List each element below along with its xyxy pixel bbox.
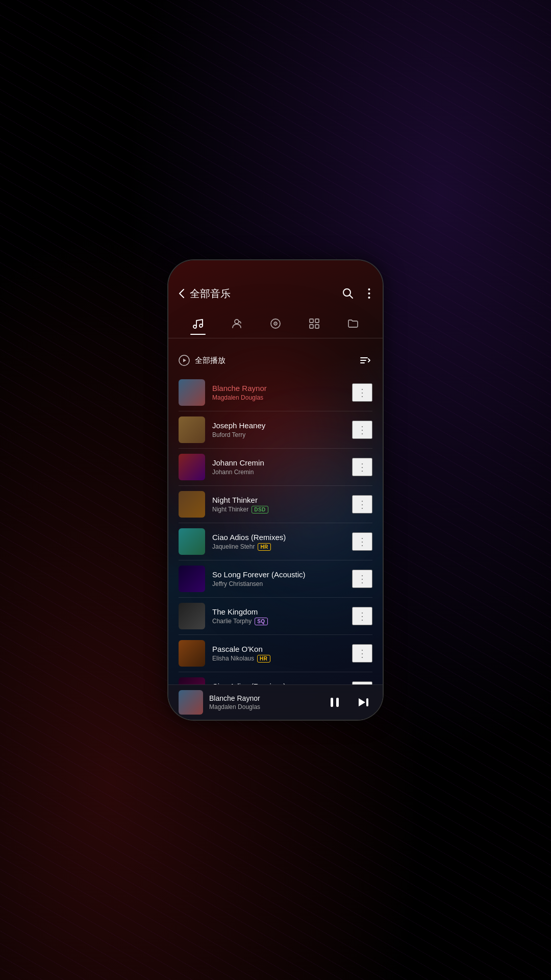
song-title: Blanche Raynor	[212, 384, 345, 393]
tab-songs[interactable]	[186, 313, 210, 334]
play-all-button[interactable]	[179, 355, 190, 366]
nav-tabs	[168, 309, 383, 334]
header: 全部音乐	[168, 260, 383, 309]
list-item[interactable]: Ciao Adios (Remixes) Jaqueline Stehr HR …	[168, 523, 383, 560]
svg-point-1	[368, 288, 370, 290]
list-item[interactable]: So Long Forever (Acoustic) Jeffry Christ…	[168, 560, 383, 597]
song-info: The Kingdom Charlie Torphy SQ	[212, 607, 345, 625]
svg-point-4	[193, 325, 196, 328]
song-artist: Jaqueline Stehr	[212, 543, 255, 550]
next-button[interactable]	[354, 693, 372, 712]
song-thumb	[179, 528, 205, 555]
pause-button[interactable]	[325, 693, 344, 712]
song-thumb	[179, 491, 205, 518]
song-title: Johann Cremin	[212, 458, 345, 467]
svg-point-6	[235, 320, 239, 324]
tab-grid[interactable]	[302, 313, 327, 334]
song-info: So Long Forever (Acoustic) Jeffry Christ…	[212, 570, 345, 587]
list-item[interactable]: Johann Cremin Johann Cremin ⋮	[168, 449, 383, 485]
song-info: Night Thinker Night Thinker DSD	[212, 496, 345, 513]
sort-button[interactable]	[357, 353, 372, 368]
song-artist: Elisha Nikolaus	[212, 655, 254, 662]
song-info: Blanche Raynor Magdalen Douglas	[212, 384, 345, 401]
back-button[interactable]	[179, 288, 185, 299]
tab-albums[interactable]	[263, 313, 288, 334]
song-more-button[interactable]: ⋮	[352, 495, 372, 513]
list-item[interactable]: Blanche Raynor Magdalen Douglas ⋮	[168, 374, 383, 411]
song-more-button[interactable]: ⋮	[352, 644, 372, 663]
svg-point-9	[275, 323, 276, 324]
song-artist: Magdalen Douglas	[212, 394, 263, 401]
song-title: Pascale O'Kon	[212, 645, 345, 653]
song-more-button[interactable]: ⋮	[352, 607, 372, 625]
song-title: Joseph Heaney	[212, 421, 345, 430]
song-more-button[interactable]: ⋮	[352, 458, 372, 476]
song-thumb	[179, 379, 205, 406]
song-artist: Night Thinker	[212, 506, 248, 513]
badge-sq: SQ	[255, 618, 267, 625]
song-title: The Kingdom	[212, 607, 345, 616]
song-info: Joseph Heaney Buford Terry	[212, 421, 345, 438]
song-thumb	[179, 416, 205, 443]
song-info: Johann Cremin Johann Cremin	[212, 458, 345, 476]
song-artist: Charlie Torphy	[212, 618, 252, 625]
song-artist: Jeffry Christiansen	[212, 580, 263, 587]
song-title: Ciao Adios (Remixes)	[212, 533, 345, 542]
badge-hr: HR	[257, 655, 270, 663]
svg-rect-13	[315, 325, 319, 328]
svg-rect-18	[331, 698, 333, 707]
svg-rect-11	[315, 319, 319, 323]
song-more-button[interactable]: ⋮	[352, 421, 372, 439]
search-button[interactable]	[340, 286, 356, 301]
song-more-button[interactable]: ⋮	[352, 570, 372, 588]
song-info: Ciao Adios (Remixes) Jaqueline Stehr HR	[212, 533, 345, 551]
song-more-button[interactable]: ⋮	[352, 532, 372, 551]
song-title: Night Thinker	[212, 496, 345, 504]
page-title: 全部音乐	[190, 287, 231, 301]
song-thumb	[179, 677, 205, 684]
song-artist: Buford Terry	[212, 431, 245, 438]
now-playing-title: Blanche Raynor	[209, 694, 319, 702]
list-item[interactable]: Night Thinker Night Thinker DSD ⋮	[168, 486, 383, 523]
song-thumb	[179, 566, 205, 592]
now-playing-thumb	[179, 690, 203, 715]
song-thumb	[179, 640, 205, 667]
more-button[interactable]	[366, 286, 372, 301]
play-all-label: 全部播放	[195, 356, 226, 365]
now-playing-info: Blanche Raynor Magdalen Douglas	[209, 694, 319, 710]
now-playing-artist: Magdalen Douglas	[209, 703, 319, 710]
svg-point-2	[368, 292, 370, 295]
svg-rect-12	[310, 325, 313, 328]
now-playing-bar[interactable]: Blanche Raynor Magdalen Douglas	[168, 684, 383, 720]
svg-rect-20	[366, 698, 368, 706]
list-item[interactable]: The Kingdom Charlie Torphy SQ ⋮	[168, 598, 383, 634]
song-more-button[interactable]: ⋮	[352, 383, 372, 402]
song-title: So Long Forever (Acoustic)	[212, 570, 345, 579]
tab-artists[interactable]	[224, 313, 249, 334]
song-thumb	[179, 454, 205, 480]
svg-rect-10	[310, 319, 313, 323]
play-all-bar: 全部播放	[168, 347, 383, 374]
badge-dsd: DSD	[252, 506, 268, 513]
list-item[interactable]: Joseph Heaney Buford Terry ⋮	[168, 411, 383, 448]
svg-point-5	[199, 324, 203, 327]
song-info: Pascale O'Kon Elisha Nikolaus HR	[212, 645, 345, 663]
list-item[interactable]: Ciao Adios (Remixes) Willis Osinski ⋮	[168, 672, 383, 684]
svg-rect-19	[336, 698, 339, 707]
svg-point-3	[368, 297, 370, 299]
song-list: Blanche Raynor Magdalen Douglas ⋮ Joseph…	[168, 374, 383, 684]
song-thumb	[179, 603, 205, 629]
song-artist: Johann Cremin	[212, 469, 254, 476]
tab-folder[interactable]	[341, 313, 365, 334]
list-item[interactable]: Pascale O'Kon Elisha Nikolaus HR ⋮	[168, 635, 383, 672]
badge-hr: HR	[258, 543, 270, 551]
